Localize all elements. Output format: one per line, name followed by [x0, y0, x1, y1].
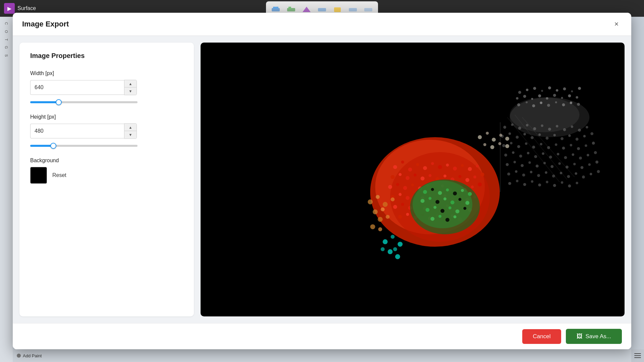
svg-point-210 [519, 155, 522, 158]
svg-point-248 [516, 180, 518, 182]
svg-point-190 [560, 137, 564, 140]
svg-point-246 [597, 170, 600, 173]
svg-point-188 [546, 137, 549, 140]
svg-point-128 [459, 198, 462, 201]
sidebar-item-o: O [3, 29, 10, 35]
height-input[interactable] [30, 124, 124, 138]
svg-point-205 [577, 147, 580, 150]
height-decrement-button[interactable]: ▼ [124, 131, 137, 138]
svg-point-60 [421, 177, 425, 181]
svg-point-119 [446, 188, 449, 191]
svg-point-241 [560, 172, 562, 174]
svg-point-130 [426, 208, 430, 212]
svg-point-253 [553, 184, 556, 187]
height-slider[interactable] [30, 145, 138, 147]
svg-marker-5 [303, 7, 311, 12]
modal-footer: Cancel 🖼 Save As... [13, 323, 631, 349]
svg-rect-1 [273, 7, 276, 9]
height-increment-button[interactable]: ▲ [124, 124, 137, 131]
width-increment-button[interactable]: ▲ [124, 80, 137, 87]
svg-point-67 [473, 176, 476, 179]
svg-point-231 [581, 166, 584, 169]
svg-point-252 [546, 181, 548, 183]
svg-point-211 [527, 152, 529, 154]
width-spinner: ▲ ▼ [124, 80, 137, 95]
svg-point-71 [403, 186, 407, 190]
svg-point-154 [388, 249, 393, 254]
app-title: Surface [17, 5, 36, 11]
width-input[interactable] [30, 80, 124, 95]
svg-point-202 [555, 143, 557, 146]
svg-point-150 [383, 239, 388, 244]
svg-point-124 [429, 197, 432, 200]
svg-point-185 [524, 133, 526, 135]
svg-point-29 [576, 96, 578, 99]
svg-point-26 [553, 94, 556, 97]
hamburger-menu[interactable] [631, 349, 644, 362]
background-label: Background [30, 158, 183, 164]
svg-point-165 [505, 144, 509, 148]
width-decrement-button[interactable]: ▼ [124, 87, 137, 95]
svg-point-48 [423, 166, 427, 170]
svg-point-17 [556, 89, 558, 92]
svg-point-183 [508, 132, 511, 135]
svg-point-80 [471, 185, 474, 188]
svg-point-58 [406, 176, 410, 180]
svg-point-213 [542, 153, 544, 155]
svg-point-52 [453, 167, 457, 171]
svg-point-215 [557, 153, 559, 155]
svg-point-54 [468, 167, 472, 171]
svg-point-44 [393, 165, 397, 169]
svg-rect-6 [318, 8, 326, 11]
svg-point-70 [396, 183, 399, 186]
sidebar-item-c: C [3, 21, 10, 26]
close-button[interactable]: × [611, 19, 622, 29]
svg-point-219 [587, 154, 589, 156]
svg-point-121 [461, 189, 464, 192]
width-slider[interactable] [30, 101, 138, 103]
svg-point-181 [586, 126, 588, 128]
svg-point-21 [516, 97, 518, 100]
panel-title: Image Properties [30, 52, 183, 60]
svg-point-69 [388, 185, 392, 189]
svg-point-14 [533, 87, 536, 90]
svg-point-147 [386, 215, 390, 219]
svg-point-156 [395, 254, 400, 259]
svg-point-227 [550, 165, 553, 168]
svg-rect-0 [272, 8, 280, 11]
svg-point-138 [445, 218, 449, 222]
save-label: Save As... [585, 333, 611, 340]
svg-point-135 [464, 207, 467, 210]
svg-point-15 [541, 90, 543, 92]
svg-point-13 [526, 88, 528, 91]
background-color-swatch[interactable] [30, 167, 47, 184]
svg-point-153 [393, 247, 397, 251]
svg-point-72 [411, 183, 414, 186]
background-reset-button[interactable]: Reset [52, 172, 66, 178]
save-as-button[interactable]: 🖼 Save As... [566, 329, 622, 344]
sidebar: C O T G S [0, 17, 13, 362]
svg-point-122 [468, 192, 472, 196]
height-spinner: ▲ ▼ [124, 123, 137, 139]
svg-point-45 [401, 161, 404, 164]
svg-point-249 [523, 183, 526, 186]
svg-point-59 [414, 174, 417, 177]
svg-point-199 [532, 145, 535, 148]
svg-point-244 [582, 176, 585, 179]
ham-line-1 [634, 353, 641, 354]
cancel-button[interactable]: Cancel [522, 329, 561, 344]
width-label: Width [px] [30, 70, 183, 76]
svg-point-255 [568, 184, 571, 187]
svg-point-94 [393, 205, 397, 209]
svg-point-61 [429, 174, 432, 177]
app-icon: ▶ [4, 3, 15, 14]
svg-point-171 [511, 123, 513, 126]
svg-point-137 [438, 215, 441, 218]
svg-point-20 [578, 87, 581, 90]
svg-rect-2 [276, 7, 278, 9]
svg-point-184 [516, 136, 519, 139]
svg-point-222 [514, 161, 516, 163]
svg-rect-7 [334, 7, 341, 12]
add-paint-button[interactable]: Add Paint [17, 353, 42, 358]
svg-point-68 [480, 173, 484, 177]
